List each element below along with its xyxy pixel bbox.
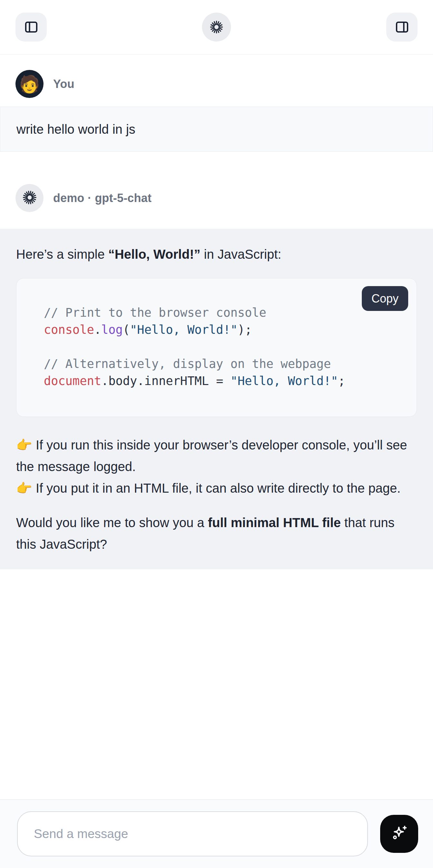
assistant-turn-header: demo · gpt-5-chat [0, 184, 433, 212]
sparkle-plus-icon [389, 824, 409, 844]
starburst-icon [209, 20, 224, 34]
composer [0, 799, 433, 868]
assistant-model-label: demo · gpt-5-chat [53, 191, 151, 205]
assistant-paragraphs: 👉 If you run this inside your browser’s … [16, 434, 417, 555]
assistant-message: Here’s a simple “Hello, World!” in JavaS… [0, 229, 433, 569]
sidebar-toggle-button[interactable] [16, 12, 47, 41]
user-turn-header: 🧑 You [0, 70, 433, 98]
panel-right-icon [394, 19, 410, 35]
code-content: // Print to the browser consoleconsole.l… [17, 278, 416, 416]
message-input[interactable] [17, 811, 368, 857]
copy-button[interactable]: Copy [362, 286, 408, 311]
top-bar [0, 0, 433, 55]
panel-left-icon [24, 19, 39, 35]
send-button[interactable] [380, 815, 418, 853]
assistant-turn: demo · gpt-5-chat Here’s a simple “Hello… [0, 168, 433, 569]
starburst-icon [22, 190, 37, 206]
code-block: Copy // Print to the browser consolecons… [16, 278, 417, 417]
app-logo-button[interactable] [202, 12, 231, 41]
user-name-label: You [53, 77, 74, 91]
right-panel-toggle-button[interactable] [386, 12, 417, 41]
assistant-intro-text: Here’s a simple “Hello, World!” in JavaS… [16, 244, 417, 265]
user-avatar: 🧑 [16, 70, 43, 98]
user-message-text: write hello world in js [17, 122, 135, 136]
user-message: write hello world in js [0, 107, 433, 152]
user-turn: 🧑 You write hello world in js [0, 55, 433, 152]
assistant-avatar [16, 184, 43, 212]
chat-app: 🧑 You write hello world in js demo · gpt… [0, 0, 433, 868]
person-emoji: 🧑 [19, 76, 40, 92]
empty-scroll-area [0, 569, 433, 799]
